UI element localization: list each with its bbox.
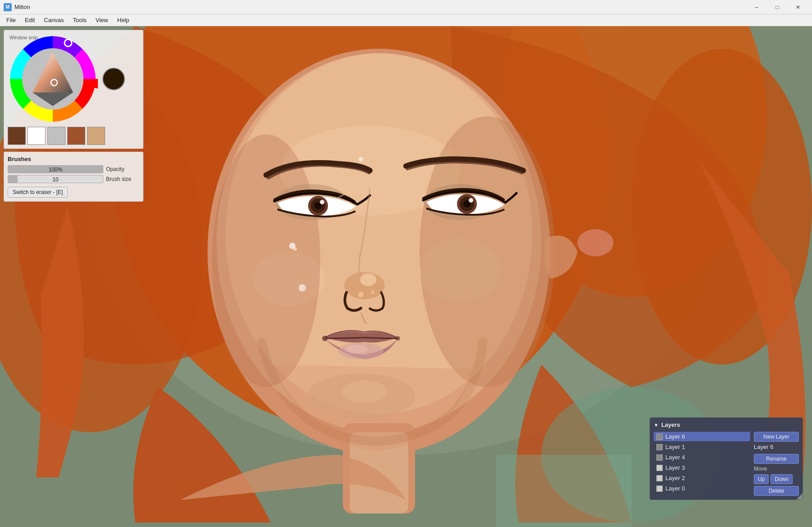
title-controls: – □ ✕ xyxy=(746,0,808,14)
color-wheel-container: Window snip... xyxy=(8,34,139,124)
layers-header: ▼ Layers xyxy=(654,421,799,428)
svg-point-29 xyxy=(371,291,374,294)
svg-point-39 xyxy=(359,157,363,162)
opacity-slider[interactable]: 100% xyxy=(8,165,103,173)
move-up-button[interactable]: Up xyxy=(754,474,769,484)
opacity-row: 100% Opacity xyxy=(8,165,139,173)
color-wheel-label: Window snip... xyxy=(9,35,42,40)
layer-visibility-checkbox[interactable] xyxy=(656,454,663,461)
svg-point-25 xyxy=(469,198,473,203)
color-wheel-wrapper[interactable]: Window snip... xyxy=(8,34,98,124)
layer-name: Layer 4 xyxy=(665,454,685,461)
layer-visibility-checkbox[interactable] xyxy=(656,485,663,492)
title-bar: M Milton – □ ✕ xyxy=(0,0,812,14)
layers-actions: New Layer Layer 6 Rename Move Up Down De… xyxy=(754,432,799,496)
svg-point-28 xyxy=(358,292,364,297)
menu-item-edit[interactable]: Edit xyxy=(20,16,39,24)
rename-button[interactable]: Rename xyxy=(754,454,799,464)
new-layer-button[interactable]: New Layer xyxy=(754,432,799,442)
menu-bar: FileEditCanvasToolsViewHelp xyxy=(0,14,812,26)
layer-name: Layer 0 xyxy=(665,485,685,492)
swatch-dark-brown[interactable] xyxy=(8,127,26,145)
close-button[interactable]: ✕ xyxy=(788,0,808,14)
layer-name: Layer 3 xyxy=(665,464,685,471)
layers-title: Layers xyxy=(661,421,680,428)
delete-button[interactable]: Delete xyxy=(754,486,799,496)
layer-item[interactable]: Layer 0 xyxy=(654,484,750,493)
move-buttons: Up Down xyxy=(754,474,799,484)
layers-content: Layer 6Layer 1Layer 4Layer 3Layer 2Layer… xyxy=(654,432,799,496)
menu-item-help[interactable]: Help xyxy=(113,16,134,24)
app-icon: M xyxy=(4,3,12,11)
selected-layer-name-label: Layer 6 xyxy=(754,444,799,450)
brush-size-slider[interactable]: 10 xyxy=(8,175,103,183)
swatch-sienna[interactable] xyxy=(67,127,85,145)
svg-point-40 xyxy=(577,229,614,256)
menu-item-canvas[interactable]: Canvas xyxy=(39,16,68,24)
color-swatches-row xyxy=(8,127,139,145)
eraser-button[interactable]: Switch to eraser - [E] xyxy=(8,187,68,198)
color-section: Window snip... xyxy=(4,30,143,149)
layer-visibility-checkbox[interactable] xyxy=(656,465,663,471)
svg-point-32 xyxy=(322,336,328,341)
selected-color-swatch[interactable] xyxy=(102,68,125,90)
layer-name: Layer 6 xyxy=(665,433,685,440)
menu-item-view[interactable]: View xyxy=(91,16,113,24)
layer-item[interactable]: Layer 3 xyxy=(654,463,750,472)
layer-name: Layer 2 xyxy=(665,475,685,481)
layer-visibility-checkbox[interactable] xyxy=(656,434,663,440)
brush-size-row: 10 Brush size xyxy=(8,175,139,183)
title-bar-left: M Milton xyxy=(4,3,30,11)
main-area: Window snip... Brushes xyxy=(0,26,812,527)
brushes-title: Brushes xyxy=(8,156,139,162)
layers-collapse-icon[interactable]: ▼ xyxy=(654,422,659,428)
left-panel: Window snip... Brushes xyxy=(4,30,143,202)
brushes-panel: Brushes 100% Opacity 10 Brush size Switc… xyxy=(4,152,143,202)
layer-visibility-checkbox[interactable] xyxy=(656,475,663,481)
opacity-value: 100% xyxy=(8,166,103,173)
svg-point-27 xyxy=(360,273,376,286)
svg-point-33 xyxy=(396,336,400,341)
layer-item[interactable]: Layer 1 xyxy=(654,442,750,452)
brush-size-label: Brush size xyxy=(103,176,139,182)
svg-point-20 xyxy=(320,200,324,204)
menu-item-file[interactable]: File xyxy=(2,16,20,24)
brush-size-value: 10 xyxy=(8,176,103,183)
svg-rect-42 xyxy=(496,455,632,527)
move-down-button[interactable]: Down xyxy=(770,474,793,484)
move-label: Move xyxy=(754,466,799,472)
layer-name: Layer 1 xyxy=(665,444,685,450)
opacity-label: Opacity xyxy=(103,166,139,172)
resize-handle[interactable] xyxy=(796,493,803,499)
swatch-peach[interactable] xyxy=(87,127,105,145)
menu-item-tools[interactable]: Tools xyxy=(68,16,91,24)
minimize-button[interactable]: – xyxy=(746,0,767,14)
svg-point-31 xyxy=(345,345,368,354)
title-text: Milton xyxy=(14,4,30,10)
layer-item[interactable]: Layer 6 xyxy=(654,432,750,441)
maximize-button[interactable]: □ xyxy=(767,0,788,14)
layer-item[interactable]: Layer 4 xyxy=(654,453,750,462)
layers-list: Layer 6Layer 1Layer 4Layer 3Layer 2Layer… xyxy=(654,432,750,496)
layers-panel: ▼ Layers Layer 6Layer 1Layer 4Layer 3Lay… xyxy=(650,417,803,500)
swatch-light-gray[interactable] xyxy=(47,127,65,145)
svg-point-38 xyxy=(299,284,306,291)
layer-visibility-checkbox[interactable] xyxy=(656,444,663,450)
svg-point-37 xyxy=(293,247,297,251)
swatch-white[interactable] xyxy=(28,127,46,145)
layer-item[interactable]: Layer 2 xyxy=(654,473,750,483)
